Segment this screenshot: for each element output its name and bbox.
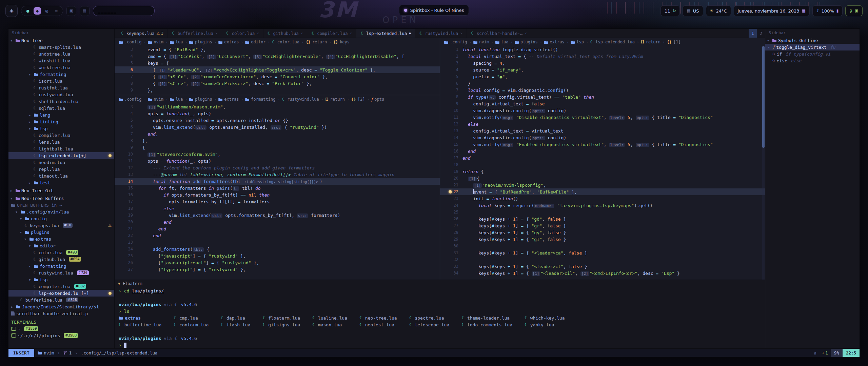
ls-entry[interactable]: ☾todo-comments.lua bbox=[461, 321, 512, 328]
code-line[interactable]: 18 bbox=[440, 161, 765, 168]
tree-item[interactable]: ☾smart-splits.lua bbox=[8, 44, 114, 50]
terminal-line[interactable] bbox=[115, 328, 765, 335]
code-line[interactable]: 9 }, bbox=[115, 87, 440, 94]
notes-icon[interactable]: ▤ bbox=[80, 6, 90, 16]
tree-item[interactable]: ☾timeout.lua bbox=[8, 172, 114, 179]
breadcrumb-item[interactable]: []return bbox=[641, 40, 661, 44]
editor-tab[interactable]: ☾keymaps.lua⚠ 3 bbox=[117, 29, 168, 38]
breadcrumb-item[interactable]: .config bbox=[119, 97, 142, 102]
editor-tab[interactable]: ☾color.lua× bbox=[222, 29, 263, 38]
editor-tab[interactable]: ☾lsp-extended.lua● bbox=[356, 29, 415, 38]
close-icon[interactable]: × bbox=[215, 31, 218, 36]
battery-widget[interactable]: 9▣ bbox=[845, 5, 863, 16]
breadcrumb-item[interactable]: lua bbox=[170, 97, 183, 102]
tree-item[interactable]: ☾bufferline.lua#328 bbox=[8, 297, 114, 303]
ls-entry[interactable]: ☾conform.lua bbox=[174, 321, 209, 328]
ls-entry[interactable]: extras bbox=[119, 314, 161, 321]
tree-item[interactable]: ▸test bbox=[8, 179, 114, 186]
scrollbar[interactable] bbox=[762, 46, 765, 280]
terminal-header[interactable]: ▼ Floaterm bbox=[115, 280, 765, 287]
tree-item[interactable]: ◇elseelse bbox=[765, 57, 860, 64]
tree-item[interactable]: ▾lsp bbox=[8, 276, 114, 283]
ls-entry[interactable]: ☾which-key.lua bbox=[525, 314, 565, 321]
code-line[interactable]: 7 local config = vim.diagnostic.config() bbox=[440, 87, 765, 94]
code-line[interactable]: 22 end bbox=[115, 232, 440, 239]
code-line[interactable]: 6 { [1]"<leader>uC", [2]"<cmd>CccHighlig… bbox=[115, 66, 440, 73]
ls-entry[interactable]: ☾neotest.lua bbox=[359, 321, 397, 328]
tree-item[interactable]: ▾editor bbox=[8, 242, 114, 249]
terminal-line[interactable]: nvim/lua/plugins via ☾ v5.4.6 bbox=[115, 335, 765, 342]
keyboard-layout-widget[interactable]: ▤US bbox=[683, 5, 703, 16]
ls-entry[interactable]: ☾lualine.lua bbox=[312, 314, 347, 321]
ls-entry[interactable]: ☾dap.lua bbox=[221, 314, 250, 321]
tree-item[interactable]: ☾rustywind.lua bbox=[8, 91, 114, 98]
section-header[interactable]: ▸Neo-Tree Git bbox=[8, 187, 114, 194]
breadcrumb-item[interactable]: .config bbox=[444, 40, 467, 44]
now-playing-widget[interactable]: Spiritbox - Rule Of Nines bbox=[399, 5, 469, 16]
tabpage-1[interactable]: 1 bbox=[749, 29, 757, 38]
breadcrumb-item[interactable]: extras bbox=[544, 40, 564, 44]
launcher-icon[interactable]: ◈ bbox=[5, 5, 18, 17]
ls-entry[interactable]: ☾neo-tree.lua bbox=[359, 314, 397, 321]
tree-item[interactable]: ☾winshift.lua bbox=[8, 57, 114, 64]
breadcrumb-item[interactable]: plugins bbox=[189, 40, 212, 44]
code-line[interactable]: 4 cmd = { [1]"CccPick", [2]"CccConvert",… bbox=[115, 53, 440, 60]
breadcrumb-item[interactable]: plugins bbox=[189, 97, 212, 102]
breadcrumb-item[interactable]: ☾color.lua bbox=[272, 40, 299, 44]
code-line[interactable]: 9 { bbox=[115, 144, 440, 151]
updates-widget[interactable]: 11↻ bbox=[660, 5, 680, 16]
tree-item[interactable]: ☾rustywind.lua#726 bbox=[8, 269, 114, 276]
workspace-1-icon[interactable]: ● bbox=[24, 7, 32, 15]
ls-entry[interactable]: ☾theme-loader.lua bbox=[461, 314, 512, 321]
code-line[interactable]: 23 bbox=[115, 239, 440, 246]
code-line[interactable]: 2 local virtual_text = { -- Default virt… bbox=[440, 53, 765, 60]
breadcrumb-item[interactable]: extras bbox=[218, 40, 239, 44]
code-line[interactable]: 5 keys = { bbox=[115, 60, 440, 66]
tree-item[interactable]: ☾compiler.lua bbox=[8, 132, 114, 139]
code-line[interactable]: 14 local function add_formatters(tbl :ta… bbox=[115, 178, 440, 185]
code-line[interactable]: 9 config.virtual_text = false bbox=[440, 100, 765, 107]
breadcrumb-item[interactable]: lsp bbox=[571, 40, 584, 44]
code-line[interactable]: 23 init = function() bbox=[440, 195, 765, 202]
code-line[interactable]: 24 add_formatters(tbl: { bbox=[115, 246, 440, 252]
tree-item[interactable]: ☾shellharden.lua bbox=[8, 98, 114, 105]
code-line[interactable]: 10 [1]"stevearc/conform.nvim", bbox=[115, 151, 440, 158]
code-line[interactable]: 12 else bbox=[440, 121, 765, 127]
tree-item[interactable]: ☾lsp-extended.lu [+] bbox=[8, 290, 114, 297]
code-line[interactable]: 18 else bbox=[115, 205, 440, 212]
code-line[interactable]: 8 { [1]"<C-c>", [2]"<cmd>CccPick<cr>", d… bbox=[115, 80, 440, 87]
editor-tab[interactable]: ☾github.lua× bbox=[263, 29, 308, 38]
workspace-3-icon[interactable]: ◎ bbox=[43, 7, 51, 15]
code-line[interactable]: 26 keys[#keys + 1] = { "gd", false } bbox=[440, 216, 765, 222]
code-line[interactable]: 27 keys[#keys + 1] = { "gr", false } bbox=[440, 222, 765, 229]
code-line[interactable]: 22 event = { "BufReadPre", "BufNewFile" … bbox=[440, 188, 765, 195]
tree-item[interactable]: ☾lens.lua bbox=[8, 139, 114, 145]
breadcrumb-item[interactable]: lua bbox=[170, 40, 183, 44]
command-input[interactable]: ______ bbox=[93, 6, 155, 16]
terminal-line[interactable]: nvim/lua/plugins via ☾ v5.4.6 bbox=[115, 301, 765, 308]
section-header[interactable]: ▾Neo-Tree bbox=[8, 37, 114, 44]
code-line[interactable]: 5 opts.ensure_installed = opts.ensure_in… bbox=[115, 117, 440, 124]
code-line[interactable]: 7 { [1]"<S-C>", [2]"<cmd>CccConvert<cr>"… bbox=[115, 73, 440, 80]
code-line[interactable]: 17end bbox=[440, 155, 765, 161]
code-line[interactable]: 16 end bbox=[440, 148, 765, 155]
breadcrumb-item[interactable]: formatting bbox=[245, 97, 275, 102]
section-header[interactable]: ▾Symbols Outline bbox=[765, 37, 860, 44]
terminal-line[interactable] bbox=[115, 294, 765, 301]
code-line[interactable]: 6 } bbox=[440, 80, 765, 87]
tree-item[interactable]: ▸linting bbox=[8, 118, 114, 125]
code-line[interactable]: 34 keys[#keys + 1] = { [1]"<leader>cil",… bbox=[440, 270, 765, 277]
close-icon[interactable]: × bbox=[301, 31, 303, 36]
code-line[interactable]: 26 ["javascriptreact"] = { "rustywind" }… bbox=[115, 259, 440, 266]
breadcrumb-item[interactable]: {}[2] bbox=[351, 97, 365, 102]
tree-item[interactable]: ▾formatting bbox=[8, 71, 114, 78]
breadcrumb-item[interactable]: ☾lsp-extended.lua bbox=[590, 40, 635, 44]
tree-item[interactable]: ▾plugins bbox=[8, 229, 114, 236]
code-line[interactable]: 7 end, bbox=[115, 130, 440, 137]
code-line[interactable]: 17 opts.formatters_by_ft[ft] = formatter… bbox=[115, 198, 440, 205]
code-line[interactable]: 13 config.virtual_text = virtual_text bbox=[440, 127, 765, 134]
code-line[interactable]: 29 keys[#keys + 1] = { "gI", false } bbox=[440, 236, 765, 243]
tree-item[interactable]: ▾lsp bbox=[8, 125, 114, 132]
breadcrumb-item[interactable]: plugins bbox=[515, 40, 538, 44]
code-line[interactable]: 25 bbox=[440, 209, 765, 216]
